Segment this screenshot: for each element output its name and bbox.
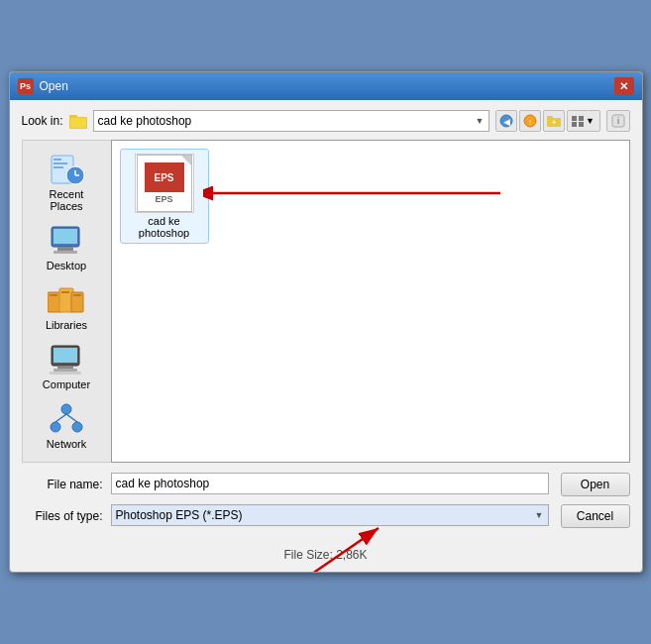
sidebar-item-recent-places[interactable]: Recent Places — [27, 149, 106, 216]
svg-text:◀: ◀ — [502, 117, 509, 127]
file-item-cad-ke-photoshop[interactable]: EPS EPS cad ke photoshop — [120, 149, 209, 244]
look-in-dropdown[interactable]: cad ke photoshop ▼ — [93, 110, 489, 132]
info-button[interactable]: i — [606, 110, 630, 132]
up-icon: ↑ — [523, 114, 537, 128]
svg-text:i: i — [617, 116, 619, 126]
title-bar: Ps Open ✕ — [10, 72, 642, 100]
svg-rect-26 — [54, 251, 77, 254]
svg-rect-31 — [61, 291, 69, 293]
recent-places-icon — [47, 153, 86, 186]
toolbar-row: Look in: cad ke photoshop ▼ ◀ — [22, 110, 630, 132]
file-type-row: Files of type: Photoshop EPS (*.EPS) ▼ C… — [22, 504, 630, 528]
network-icon — [47, 402, 86, 436]
svg-rect-37 — [50, 372, 81, 375]
svg-point-38 — [61, 404, 71, 414]
back-icon: ◀ — [499, 114, 513, 128]
svg-rect-35 — [57, 366, 73, 369]
file-name-input[interactable] — [111, 473, 549, 494]
sidebar-item-desktop-label: Desktop — [47, 260, 86, 271]
svg-rect-11 — [579, 116, 584, 121]
open-button[interactable]: Open — [561, 473, 630, 496]
sidebar-item-recent-label: Recent Places — [33, 188, 100, 212]
sidebar-item-network[interactable]: Network — [27, 398, 106, 454]
toolbar-icons: ◀ ↑ + — [495, 110, 600, 132]
view-icon — [572, 115, 586, 127]
main-area: Recent Places Desktop — [22, 140, 630, 463]
svg-rect-30 — [50, 294, 57, 296]
file-size-label: File Size: 2,86K — [283, 548, 367, 562]
svg-text:+: + — [551, 118, 556, 127]
sidebar-item-network-label: Network — [47, 438, 86, 450]
svg-rect-13 — [579, 122, 584, 127]
back-button[interactable]: ◀ — [495, 110, 517, 132]
libraries-icon — [47, 283, 86, 317]
bottom-area: File name: Open Files of type: Photoshop… — [22, 473, 630, 528]
file-area[interactable]: EPS EPS cad ke photoshop — [111, 140, 630, 463]
svg-rect-12 — [572, 122, 577, 127]
file-name-row: File name: Open — [22, 473, 630, 496]
eps-file-icon: EPS EPS — [135, 154, 194, 213]
sidebar-item-desktop[interactable]: Desktop — [27, 220, 106, 275]
fold-corner — [181, 156, 191, 165]
look-in-dropdown-arrow: ▼ — [476, 116, 485, 126]
sidebar-item-libraries[interactable]: Libraries — [27, 279, 106, 335]
computer-icon — [47, 343, 86, 376]
dialog-body: Look in: cad ke photoshop ▼ ◀ — [10, 100, 642, 572]
file-size-area: File Size: 2,86K — [22, 548, 630, 562]
svg-rect-25 — [57, 247, 73, 251]
svg-text:↑: ↑ — [527, 117, 532, 127]
new-folder-button[interactable]: + — [543, 110, 565, 132]
arrow-to-file — [203, 178, 540, 208]
look-in-label: Look in: — [22, 114, 63, 128]
sidebar: Recent Places Desktop — [22, 140, 111, 463]
svg-rect-32 — [73, 294, 81, 296]
eps-red-area: EPS — [145, 162, 184, 192]
svg-rect-18 — [54, 162, 67, 164]
info-icon: i — [611, 114, 625, 128]
sidebar-item-libraries-label: Libraries — [46, 319, 87, 331]
svg-line-41 — [55, 414, 66, 422]
file-type-dropdown-arrow: ▼ — [535, 510, 544, 520]
file-name-label: File name: — [22, 478, 111, 491]
files-of-type-label: Files of type: — [22, 509, 111, 523]
svg-point-40 — [72, 422, 82, 432]
photoshop-icon: Ps — [18, 78, 34, 94]
close-button[interactable]: ✕ — [614, 77, 634, 95]
svg-rect-10 — [572, 116, 577, 121]
svg-rect-34 — [54, 348, 77, 363]
svg-rect-24 — [54, 229, 77, 244]
arrow-to-dropdown — [289, 518, 428, 573]
svg-rect-2 — [70, 118, 86, 128]
svg-line-42 — [66, 414, 77, 422]
view-button[interactable]: ▼ — [567, 110, 600, 132]
dialog-title: Open — [40, 79, 68, 93]
svg-rect-17 — [54, 159, 61, 161]
new-folder-icon: + — [547, 115, 561, 127]
title-bar-left: Ps Open — [18, 78, 68, 94]
svg-rect-19 — [54, 166, 63, 168]
desktop-icon — [47, 224, 86, 258]
file-name: cad ke photoshop — [125, 215, 204, 239]
sidebar-item-computer-label: Computer — [43, 378, 90, 390]
svg-rect-36 — [54, 369, 77, 372]
up-button[interactable]: ↑ — [519, 110, 541, 132]
folder-icon — [69, 113, 87, 129]
svg-point-39 — [51, 422, 60, 432]
file-type-select[interactable]: Photoshop EPS (*.EPS) ▼ — [111, 504, 549, 526]
cancel-button[interactable]: Cancel — [561, 504, 630, 528]
open-dialog: Ps Open ✕ Look in: cad ke photoshop ▼ — [9, 71, 643, 573]
sidebar-item-computer[interactable]: Computer — [27, 339, 106, 394]
